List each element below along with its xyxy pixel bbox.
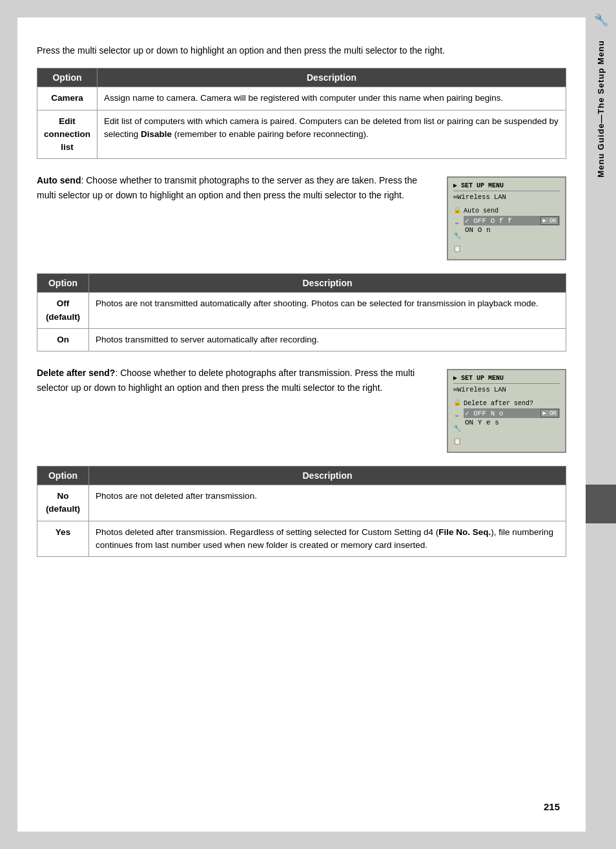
table-row: On Photos transmitted to server automati… [37,328,566,351]
lcd1-option2: ON O n [464,225,560,235]
sidebar-dark-block [586,485,616,523]
lcd2-main: 🔒 ✏ 🔧 📋 Delete after send? ✓ OFF N o ▶ O… [453,397,560,445]
delete-after-send-section: Delete after send?: Choose whether to de… [37,366,566,453]
table-row: No(default) Photos are not deleted after… [37,485,566,521]
lcd2-menu-item: Delete after send? [464,400,560,407]
lcd1-ok: ▶ OK [540,216,559,225]
lcd1-icon1: 🔒 [453,206,461,214]
lcd2-icon2: ✏ [455,412,459,419]
table-row: Off(default) Photos are not transmitted … [37,293,566,329]
table2-wrapper: Option Description Off(default) Photos a… [37,273,566,351]
lcd1-option2-text: ON O n [465,226,491,234]
intro-paragraph: Press the multi selector up or down to h… [37,43,540,58]
lcd1-icon2: ✏ [455,219,459,227]
lcd2-icon1: 🔒 [453,399,461,406]
table3-row2-desc: Photos deleted after transmission. Regar… [89,521,566,557]
lcd1-option1: ✓ OFF O f f ▶ OK [464,216,560,225]
lcd2-icon4: 📋 [453,437,461,445]
table2-row2-option: On [37,328,89,351]
setup-icon: 🔧 [594,13,608,27]
lcd1-icon4: 📋 [453,245,461,253]
table3-header-option: Option [37,466,89,485]
page-content: Press the multi selector up or down to h… [17,17,586,832]
table3-row1-option: No(default) [37,485,89,521]
lcd2-icon3: 🔧 [453,424,461,432]
lcd1-icons: 🔒 ✏ 🔧 📋 [453,205,461,253]
table2-header-description: Description [89,274,566,293]
lcd2-icons: 🔒 ✏ 🔧 📋 [453,397,461,445]
auto-send-label: Auto send [37,175,81,185]
lcd1-main: 🔒 ✏ 🔧 📋 Auto send ✓ OFF O f f ▶ OK ON O … [453,205,560,253]
table3-row2-option: Yes [37,521,89,557]
table1: Option Description Camera Assign name to… [37,68,566,159]
lcd1-option1-text: ✓ OFF O f f [465,216,512,225]
table1-row1-desc: Assign name to camera. Camera will be re… [98,87,566,110]
table2-row1-option: Off(default) [37,293,89,329]
table3-row1-desc: Photos are not deleted after transmissio… [89,485,566,521]
table3-header-description: Description [89,466,566,485]
lcd1-content: Auto send ✓ OFF O f f ▶ OK ON O n [464,205,560,253]
delete-after-send-text: Delete after send?: Choose whether to de… [37,366,434,395]
lcd2-option2: ON Y e s [464,418,560,427]
auto-send-body: : Choose whether to transmit photographs… [37,175,417,200]
table2-row1-desc: Photos are not transmitted automatically… [89,293,566,329]
auto-send-lcd: ▶ SET UP MENU ∞Wireless LAN 🔒 ✏ 🔧 📋 Auto… [447,176,566,260]
lcd1-icon3: 🔧 [453,232,461,240]
table2-header-option: Option [37,274,89,293]
table1-row2-desc: Edit list of computers with which camera… [98,110,566,159]
lcd2-title: ▶ SET UP MENU [453,374,560,384]
lcd1-menu-item: Auto send [464,207,560,215]
table1-header-option: Option [37,68,98,87]
lcd2-content: Delete after send? ✓ OFF N o ▶ OK ON Y e… [464,397,560,445]
lcd2-option2-text: ON Y e s [465,419,499,426]
table-row: Yes Photos deleted after transmission. R… [37,521,566,557]
delete-after-send-lcd: ▶ SET UP MENU ∞Wireless LAN 🔒 ✏ 🔧 📋 Dele… [447,369,566,453]
lcd2-option1-text: ✓ OFF N o [465,409,503,417]
table1-row1-option: Camera [37,87,98,110]
table3-wrapper: Option Description No(default) Photos ar… [37,466,566,557]
page-number: 215 [544,801,560,812]
lcd2-ok: ▶ OK [540,409,559,417]
auto-send-text: Auto send: Choose whether to transmit ph… [37,173,434,203]
sidebar-tab-text: Menu Guide—The Setup Menu [596,40,606,178]
sidebar-tab: 🔧 Menu Guide—The Setup Menu [586,0,616,814]
lcd2-subtitle: ∞Wireless LAN [453,386,560,393]
table2: Option Description Off(default) Photos a… [37,273,566,351]
delete-after-send-label: Delete after send? [37,368,115,378]
table1-header-description: Description [98,68,566,87]
table2-row2-desc: Photos transmitted to server automatical… [89,328,566,351]
auto-send-section: Auto send: Choose whether to transmit ph… [37,173,566,260]
lcd1-subtitle: ∞Wireless LAN [453,193,560,201]
table-row: Editconnectionlist Edit list of computer… [37,110,566,159]
table-row: Camera Assign name to camera. Camera wil… [37,87,566,110]
table1-wrapper: Option Description Camera Assign name to… [37,68,566,159]
table1-row2-option: Editconnectionlist [37,110,98,159]
lcd1-title: ▶ SET UP MENU [453,182,560,191]
table3: Option Description No(default) Photos ar… [37,466,566,557]
lcd2-option1: ✓ OFF N o ▶ OK [464,408,560,418]
